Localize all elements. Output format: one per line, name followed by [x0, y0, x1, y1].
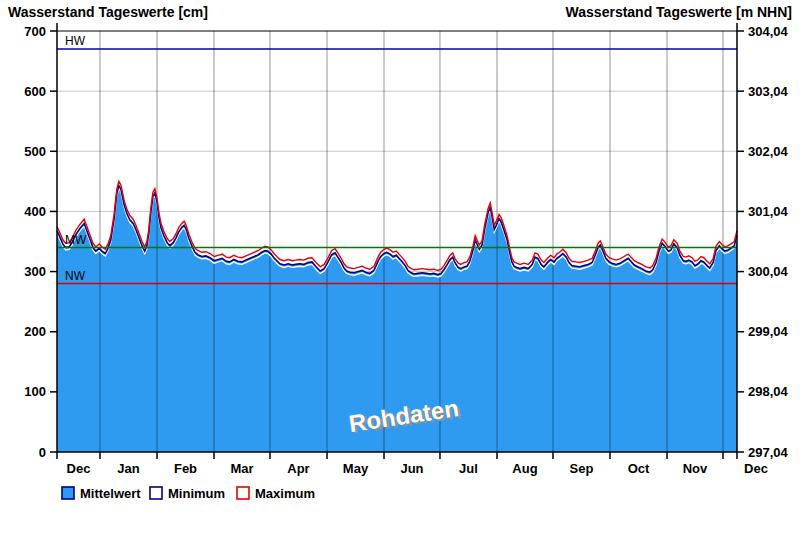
month-label-sep: Sep [570, 461, 594, 476]
chart-window: HWMWNW Rohdaten Rohdaten 010020030040050… [0, 0, 800, 550]
reference-label-hw: HW [65, 34, 86, 48]
left-axis-title: Wasserstand Tageswerte [cm] [8, 4, 208, 20]
legend-label-mittelwert: Mittelwert [80, 486, 141, 501]
left-tick-label: 0 [39, 445, 46, 460]
left-tick-label: 100 [24, 384, 46, 399]
right-tick-label: 301,04 [748, 204, 789, 219]
left-tick-label: 600 [24, 84, 46, 99]
left-tick-label: 200 [24, 324, 46, 339]
month-label-jul: Jul [459, 461, 478, 476]
right-tick-label: 298,04 [748, 384, 789, 399]
month-label-dec: Dec [744, 461, 768, 476]
minimum-swatch-icon [150, 487, 162, 499]
reference-label-nw: NW [65, 269, 86, 283]
month-label-aug: Aug [512, 461, 537, 476]
plot-area: HWMWNW [57, 31, 737, 452]
right-tick-label: 304,04 [748, 24, 789, 39]
right-tick-label: 297,04 [748, 445, 789, 460]
month-label-jan: Jan [117, 461, 139, 476]
month-label-apr: Apr [287, 461, 309, 476]
month-label-may: May [343, 461, 369, 476]
left-tick-label: 300 [24, 264, 46, 279]
right-tick-label: 302,04 [748, 144, 789, 159]
legend: Mittelwert Minimum Maximum [62, 486, 315, 501]
legend-label-minimum: Minimum [168, 486, 225, 501]
left-tick-label: 400 [24, 204, 46, 219]
month-label-oct: Oct [628, 461, 650, 476]
legend-item-mittelwert: Mittelwert [62, 486, 141, 501]
month-label-nov: Nov [683, 461, 708, 476]
left-tick-label: 500 [24, 144, 46, 159]
reference-label-mw: MW [65, 233, 87, 247]
right-tick-label: 303,04 [748, 84, 789, 99]
left-tick-label: 700 [24, 24, 46, 39]
month-label-feb: Feb [174, 461, 197, 476]
legend-item-minimum: Minimum [150, 486, 225, 501]
right-tick-label: 299,04 [748, 324, 789, 339]
water-level-chart: HWMWNW Rohdaten Rohdaten 010020030040050… [0, 0, 800, 550]
mittelwert-swatch-icon [62, 487, 74, 499]
month-label-mar: Mar [230, 461, 253, 476]
right-tick-label: 300,04 [748, 264, 789, 279]
month-label-jun: Jun [400, 461, 423, 476]
maximum-swatch-icon [237, 487, 249, 499]
legend-item-maximum: Maximum [237, 486, 315, 501]
legend-label-maximum: Maximum [255, 486, 315, 501]
right-axis-title: Wasserstand Tageswerte [m NHN] [566, 4, 792, 20]
month-label-dec: Dec [67, 461, 91, 476]
